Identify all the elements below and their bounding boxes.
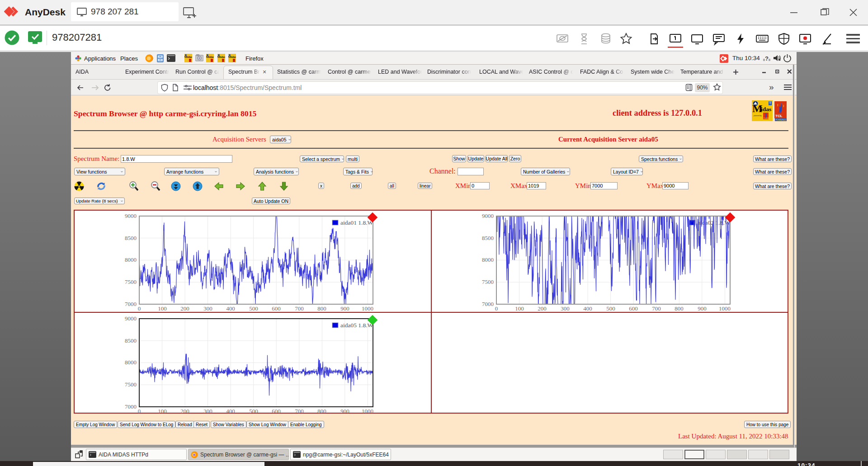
svg-text:900: 900 xyxy=(340,408,349,414)
svg-text:7000: 7000 xyxy=(482,301,494,307)
svg-text:8500: 8500 xyxy=(482,235,494,241)
svg-text:7500: 7500 xyxy=(125,381,137,388)
svg-text:9000: 9000 xyxy=(482,212,494,219)
svg-text:powered by: powered by xyxy=(754,115,762,117)
svg-text:700: 700 xyxy=(295,305,304,312)
svg-text:8000: 8000 xyxy=(125,359,137,366)
svg-text:9000: 9000 xyxy=(125,315,137,322)
svg-text:200: 200 xyxy=(180,408,189,414)
svg-text:POWERED: POWERED xyxy=(775,119,786,121)
svg-text:700: 700 xyxy=(652,305,661,312)
svg-text:idas: idas xyxy=(761,106,771,113)
svg-text:7500: 7500 xyxy=(125,278,137,285)
svg-text:100: 100 xyxy=(515,305,524,312)
svg-text:800: 800 xyxy=(317,408,326,414)
svg-text:300: 300 xyxy=(561,305,570,312)
svg-text:400: 400 xyxy=(226,408,235,414)
svg-text:500: 500 xyxy=(249,305,258,312)
svg-text:7500: 7500 xyxy=(482,278,494,285)
svg-text:7000: 7000 xyxy=(125,403,137,410)
svg-text:100: 100 xyxy=(158,305,167,312)
svg-text:300: 300 xyxy=(203,408,212,414)
svg-text:900: 900 xyxy=(698,305,707,312)
svg-text:aida01 1.8.W: aida01 1.8.W xyxy=(340,219,373,226)
svg-text:0: 0 xyxy=(495,305,498,312)
svg-text:500: 500 xyxy=(249,408,258,414)
svg-text:400: 400 xyxy=(226,305,235,312)
svg-text:aida02 1.8.W: aida02 1.8.W xyxy=(698,219,731,226)
svg-text:POWERED: POWERED xyxy=(764,118,770,119)
svg-text:400: 400 xyxy=(583,305,592,312)
svg-text:1000: 1000 xyxy=(362,305,373,312)
svg-text:8000: 8000 xyxy=(482,256,494,263)
svg-text:700: 700 xyxy=(295,408,304,414)
svg-text:aida05 1.8.W: aida05 1.8.W xyxy=(340,322,373,329)
svg-text:7000: 7000 xyxy=(125,301,137,307)
svg-text:1000: 1000 xyxy=(362,408,373,414)
svg-text:8500: 8500 xyxy=(125,235,137,241)
svg-text:0: 0 xyxy=(138,305,141,312)
svg-text:600: 600 xyxy=(629,305,638,312)
svg-text:200: 200 xyxy=(180,305,189,312)
svg-text:1000: 1000 xyxy=(719,305,731,312)
svg-text:TCL: TCL xyxy=(775,114,783,118)
svg-text:9000: 9000 xyxy=(125,212,137,219)
svg-text:600: 600 xyxy=(272,305,281,312)
svg-text:500: 500 xyxy=(606,305,615,312)
svg-text:8000: 8000 xyxy=(125,256,137,263)
svg-text:800: 800 xyxy=(317,305,326,312)
svg-text:600: 600 xyxy=(272,408,281,414)
svg-text:300: 300 xyxy=(203,305,212,312)
svg-text:8500: 8500 xyxy=(125,337,137,344)
svg-text:200: 200 xyxy=(538,305,547,312)
svg-text:800: 800 xyxy=(675,305,684,312)
svg-text:100: 100 xyxy=(158,408,167,414)
svg-text:0: 0 xyxy=(138,408,141,414)
svg-text:900: 900 xyxy=(340,305,349,312)
svg-text:?: ? xyxy=(765,55,769,62)
